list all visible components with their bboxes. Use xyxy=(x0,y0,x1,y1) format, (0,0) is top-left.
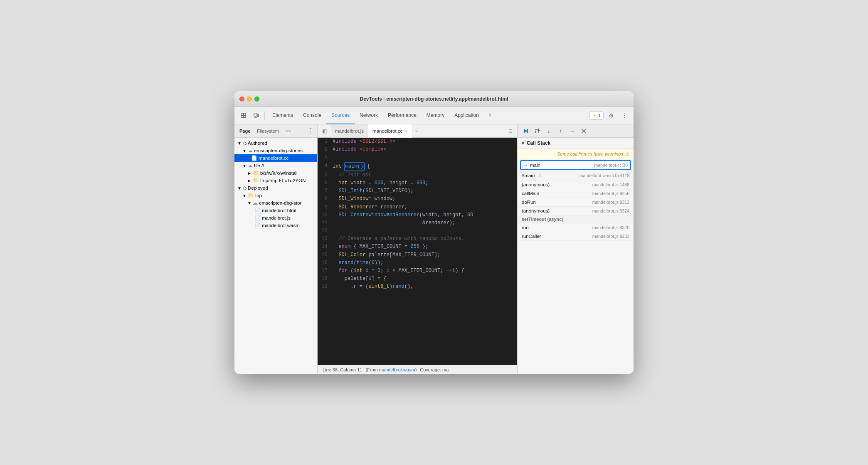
frame-main-loc: mandelbrot.cc:38 xyxy=(594,163,628,168)
code-tabs-bar: ◧ mandelbrot.js mandelbrot.cc × » ⊡ xyxy=(318,124,517,138)
warning-badge[interactable]: ⚠ 1 xyxy=(589,111,604,120)
frame-warn-icon: ⚠ xyxy=(538,173,542,178)
tab-more[interactable]: » xyxy=(484,107,497,124)
call-frame-runcaller[interactable]: runCaller mandelbrot.js:9233 xyxy=(518,232,634,241)
source-info-text: From xyxy=(367,367,379,372)
minimize-button[interactable] xyxy=(247,96,252,101)
tree-arrow-emscripten-deployed: ▼ xyxy=(246,201,253,205)
code-line-14: 14 enum { MAX_ITER_COUNT = 256 }; xyxy=(318,243,517,251)
call-frame-main[interactable]: → main mandelbrot.cc:38 xyxy=(520,160,631,170)
step-out-button[interactable]: ↑ xyxy=(555,126,566,136)
file-html-icon: 📄 xyxy=(254,208,261,213)
file-js-icon: 📄 xyxy=(254,215,261,221)
current-frame-arrow-icon: → xyxy=(523,162,528,168)
close-tab-icon[interactable]: × xyxy=(405,129,407,134)
maximize-button[interactable] xyxy=(254,96,259,101)
code-tab-mandelbrot-cc[interactable]: mandelbrot.cc × xyxy=(368,124,412,138)
tree-deployed[interactable]: ▼ ◇ Deployed xyxy=(234,184,317,192)
call-stack-header[interactable]: ▼ Call Stack xyxy=(518,138,634,149)
settings-icon[interactable]: ⚙ xyxy=(605,110,617,121)
tab-application[interactable]: Application xyxy=(449,107,484,124)
frame-dorun-name: doRun xyxy=(522,200,536,205)
code-panel: ◧ mandelbrot.js mandelbrot.cc × » ⊡ 1 #i… xyxy=(318,124,517,374)
call-stack-arrow-icon: ▼ xyxy=(521,141,525,146)
tabs-navigation: Elements Console Sources Network Perform… xyxy=(267,107,589,124)
more-tabs-icon[interactable]: » xyxy=(414,129,418,134)
right-panel: ↓ ↑ → ▼ Call Stack Some call f xyxy=(517,124,634,374)
cloud2-icon: ☁ xyxy=(248,163,253,168)
coverage-info: Coverage: n/a xyxy=(420,367,449,372)
tree-emscripten-authored[interactable]: ▼ ☁ emscripten-dbg-stories xyxy=(234,147,317,154)
tab-elements[interactable]: Elements xyxy=(267,107,298,124)
file-panel-tabs: Page Filesystem >> ⋮ xyxy=(234,124,317,138)
deployed-icon: ◇ xyxy=(243,185,247,191)
svg-rect-0 xyxy=(241,113,243,115)
step-over-button[interactable] xyxy=(532,126,542,136)
toolbar-right-controls: ⚠ 1 ⚙ ⋮ xyxy=(589,110,630,121)
warning-triangle-icon: ⚠ xyxy=(592,113,597,119)
device-icon[interactable] xyxy=(250,110,262,121)
call-frame-run[interactable]: run mandelbrot.js:9320 xyxy=(518,223,634,232)
resume-button[interactable] xyxy=(520,126,531,136)
code-editor: 1 #include <SDL2/SDL.h> 2 #include <comp… xyxy=(318,138,517,365)
devtools-window: DevTools - emscripten-dbg-stories.netlif… xyxy=(234,91,634,374)
code-line-17: 17 for (int i = 0; i < MAX_ITER_COUNT; +… xyxy=(318,267,517,275)
tab-memory[interactable]: Memory xyxy=(422,107,449,124)
code-line-15: 15 SDL_Color palette[MAX_ITER_COUNT]; xyxy=(318,251,517,259)
tree-mandelbrot-html[interactable]: 📄 mandelbrot.html xyxy=(234,207,317,214)
tree-tmp-dir[interactable]: ► 📁 tmp/tmp.ELcTq2YGN xyxy=(234,177,317,184)
folder2-icon: 📁 xyxy=(253,170,259,176)
file-wasm-icon: 📄 xyxy=(254,223,261,228)
code-line-11: 11 &renderer); xyxy=(318,219,517,227)
tab-network[interactable]: Network xyxy=(355,107,383,124)
step-into-button[interactable]: ↓ xyxy=(543,126,554,136)
tree-top[interactable]: ▼ 📁 top xyxy=(234,192,317,199)
file-tree: ▼ ◇ Authored ▼ ☁ emscripten-dbg-stories … xyxy=(234,138,317,374)
split-panel-icon[interactable]: ⊡ xyxy=(506,126,515,136)
fp-tab-page[interactable]: Page xyxy=(238,128,252,134)
call-frame-anon-9324[interactable]: (anonymous) mandelbrot.js:9324 xyxy=(518,207,634,215)
frame-runcaller-loc: mandelbrot.js:9233 xyxy=(592,234,629,239)
call-frame-dollar-main[interactable]: $main ⚠ mandelbrot.wasm:0x4118 xyxy=(518,171,634,181)
tree-arrow-deployed: ▼ xyxy=(236,186,243,190)
tree-install-dir[interactable]: ► 📁 b/s/w/ir/x/w/install xyxy=(234,169,317,177)
source-wasm-link[interactable]: mandelbrot.wasm xyxy=(379,367,415,372)
code-line-4: 4 int main() { xyxy=(318,162,517,171)
call-frame-dorun[interactable]: doRun mandelbrot.js:9313 xyxy=(518,198,634,207)
svg-rect-3 xyxy=(244,116,246,118)
call-frame-anon-1488[interactable]: (anonymous) mandelbrot.js:1488 xyxy=(518,181,634,189)
cloud3-icon: ☁ xyxy=(253,200,258,206)
fp-tab-more[interactable]: >> xyxy=(286,129,291,134)
frame-anon-1488-loc: mandelbrot.js:1488 xyxy=(592,182,629,187)
fp-menu-icon[interactable]: ⋮ xyxy=(307,127,314,135)
fp-tab-filesystem[interactable]: Filesystem xyxy=(255,128,281,134)
titlebar: DevTools - emscripten-dbg-stories.netlif… xyxy=(234,91,634,107)
tree-arrow-file: ▼ xyxy=(241,163,248,168)
tree-emscripten-deployed[interactable]: ▼ ☁ emscripten-dbg-stor xyxy=(234,199,317,207)
top-folder-icon: 📁 xyxy=(248,193,254,198)
tree-authored[interactable]: ▼ ◇ Authored xyxy=(234,139,317,147)
warning-count: 1 xyxy=(598,113,601,118)
tree-file-protocol[interactable]: ▼ ☁ file:// xyxy=(234,162,317,169)
more-options-icon[interactable]: ⋮ xyxy=(619,110,630,121)
code-line-13: 13 // Generate a palette with random col… xyxy=(318,235,517,243)
tree-arrow-tmp: ► xyxy=(246,178,253,183)
collapse-sidebar-icon[interactable]: ◧ xyxy=(319,126,329,136)
code-line-12: 12 xyxy=(318,227,517,235)
code-tab-mandelbrot-js[interactable]: mandelbrot.js xyxy=(331,124,368,138)
tab-console[interactable]: Console xyxy=(298,107,326,124)
tab-performance[interactable]: Performance xyxy=(383,107,422,124)
tree-mandelbrot-js[interactable]: 📄 mandelbrot.js xyxy=(234,214,317,222)
tree-mandelbrot-cc[interactable]: 📄 mandelbrot.cc xyxy=(234,154,317,162)
code-line-3: 3 xyxy=(318,153,517,161)
tab-sources[interactable]: Sources xyxy=(326,107,355,124)
debug-toolbar: ↓ ↑ → xyxy=(518,124,634,138)
folder3-icon: 📁 xyxy=(253,178,259,183)
call-frame-callmain[interactable]: callMain mandelbrot.js:9256 xyxy=(518,189,634,198)
tree-mandelbrot-wasm[interactable]: 📄 mandelbrot.wasm xyxy=(234,222,317,229)
code-line-8: 8 SDL_Window* window; xyxy=(318,195,517,203)
inspect-icon[interactable] xyxy=(238,110,249,121)
close-button[interactable] xyxy=(239,96,244,101)
deactivate-breakpoints-button[interactable] xyxy=(578,126,589,136)
step-button[interactable]: → xyxy=(567,126,577,136)
